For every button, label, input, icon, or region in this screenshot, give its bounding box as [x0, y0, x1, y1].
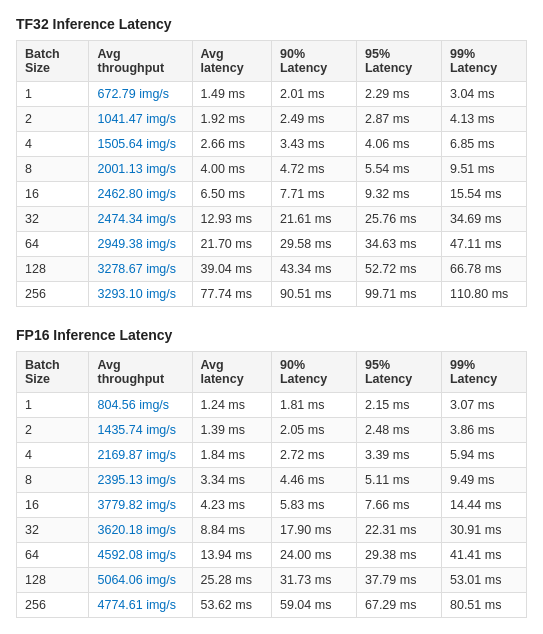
fp16-cell-7-0: 128: [17, 568, 89, 593]
fp16-cell-0-3: 1.81 ms: [271, 393, 356, 418]
fp16-cell-7-2: 25.28 ms: [192, 568, 271, 593]
fp16-cell-3-5: 9.49 ms: [441, 468, 526, 493]
fp16-col-0: Batch Size: [17, 352, 89, 393]
fp16-cell-5-3: 17.90 ms: [271, 518, 356, 543]
tf32-col-5: 99% Latency: [441, 41, 526, 82]
fp16-cell-3-3: 4.46 ms: [271, 468, 356, 493]
tf32-cell-8-4: 99.71 ms: [356, 282, 441, 307]
fp16-cell-7-4: 37.79 ms: [356, 568, 441, 593]
fp16-cell-2-4: 3.39 ms: [356, 443, 441, 468]
fp16-cell-2-5: 5.94 ms: [441, 443, 526, 468]
fp16-cell-4-4: 7.66 ms: [356, 493, 441, 518]
tf32-tbody: 1672.79 img/s1.49 ms2.01 ms2.29 ms3.04 m…: [17, 82, 527, 307]
fp16-col-4: 95% Latency: [356, 352, 441, 393]
table-row: 42169.87 img/s1.84 ms2.72 ms3.39 ms5.94 …: [17, 443, 527, 468]
tf32-cell-3-2: 4.00 ms: [192, 157, 271, 182]
tf32-cell-0-5: 3.04 ms: [441, 82, 526, 107]
fp16-section: FP16 Inference Latency Batch SizeAvg thr…: [16, 327, 527, 618]
tf32-cell-0-3: 2.01 ms: [271, 82, 356, 107]
table-row: 41505.64 img/s2.66 ms3.43 ms4.06 ms6.85 …: [17, 132, 527, 157]
tf32-cell-8-3: 90.51 ms: [271, 282, 356, 307]
tf32-cell-4-5: 15.54 ms: [441, 182, 526, 207]
tf32-cell-1-3: 2.49 ms: [271, 107, 356, 132]
tf32-col-2: Avg latency: [192, 41, 271, 82]
table-row: 644592.08 img/s13.94 ms24.00 ms29.38 ms4…: [17, 543, 527, 568]
fp16-cell-0-0: 1: [17, 393, 89, 418]
table-row: 21435.74 img/s1.39 ms2.05 ms2.48 ms3.86 …: [17, 418, 527, 443]
tf32-cell-5-0: 32: [17, 207, 89, 232]
tf32-cell-4-4: 9.32 ms: [356, 182, 441, 207]
tf32-cell-6-0: 64: [17, 232, 89, 257]
fp16-title: FP16 Inference Latency: [16, 327, 527, 343]
fp16-cell-2-0: 4: [17, 443, 89, 468]
fp16-cell-3-4: 5.11 ms: [356, 468, 441, 493]
tf32-col-0: Batch Size: [17, 41, 89, 82]
fp16-col-1: Avg throughput: [89, 352, 192, 393]
tf32-cell-7-4: 52.72 ms: [356, 257, 441, 282]
table-row: 162462.80 img/s6.50 ms7.71 ms9.32 ms15.5…: [17, 182, 527, 207]
tf32-section: TF32 Inference Latency Batch SizeAvg thr…: [16, 16, 527, 307]
tf32-cell-4-3: 7.71 ms: [271, 182, 356, 207]
tf32-cell-4-0: 16: [17, 182, 89, 207]
table-row: 82001.13 img/s4.00 ms4.72 ms5.54 ms9.51 …: [17, 157, 527, 182]
fp16-cell-1-3: 2.05 ms: [271, 418, 356, 443]
tf32-cell-1-0: 2: [17, 107, 89, 132]
tf32-header-row: Batch SizeAvg throughputAvg latency90% L…: [17, 41, 527, 82]
fp16-cell-5-5: 30.91 ms: [441, 518, 526, 543]
table-row: 323620.18 img/s8.84 ms17.90 ms22.31 ms30…: [17, 518, 527, 543]
fp16-cell-6-2: 13.94 ms: [192, 543, 271, 568]
tf32-cell-5-1: 2474.34 img/s: [89, 207, 192, 232]
fp16-tbody: 1804.56 img/s1.24 ms1.81 ms2.15 ms3.07 m…: [17, 393, 527, 618]
tf32-cell-3-4: 5.54 ms: [356, 157, 441, 182]
fp16-cell-4-2: 4.23 ms: [192, 493, 271, 518]
fp16-cell-1-1: 1435.74 img/s: [89, 418, 192, 443]
fp16-cell-8-3: 59.04 ms: [271, 593, 356, 618]
fp16-cell-6-1: 4592.08 img/s: [89, 543, 192, 568]
table-row: 2563293.10 img/s77.74 ms90.51 ms99.71 ms…: [17, 282, 527, 307]
tf32-cell-1-5: 4.13 ms: [441, 107, 526, 132]
fp16-cell-1-4: 2.48 ms: [356, 418, 441, 443]
fp16-cell-1-2: 1.39 ms: [192, 418, 271, 443]
fp16-cell-3-0: 8: [17, 468, 89, 493]
fp16-cell-8-1: 4774.61 img/s: [89, 593, 192, 618]
fp16-cell-7-3: 31.73 ms: [271, 568, 356, 593]
tf32-cell-6-2: 21.70 ms: [192, 232, 271, 257]
tf32-cell-7-2: 39.04 ms: [192, 257, 271, 282]
tf32-cell-4-2: 6.50 ms: [192, 182, 271, 207]
tf32-cell-8-2: 77.74 ms: [192, 282, 271, 307]
fp16-cell-2-3: 2.72 ms: [271, 443, 356, 468]
table-row: 1283278.67 img/s39.04 ms43.34 ms52.72 ms…: [17, 257, 527, 282]
fp16-cell-3-1: 2395.13 img/s: [89, 468, 192, 493]
tf32-cell-2-5: 6.85 ms: [441, 132, 526, 157]
table-row: 1672.79 img/s1.49 ms2.01 ms2.29 ms3.04 m…: [17, 82, 527, 107]
fp16-col-2: Avg latency: [192, 352, 271, 393]
tf32-cell-1-1: 1041.47 img/s: [89, 107, 192, 132]
tf32-cell-7-1: 3278.67 img/s: [89, 257, 192, 282]
tf32-cell-7-3: 43.34 ms: [271, 257, 356, 282]
fp16-cell-4-0: 16: [17, 493, 89, 518]
tf32-cell-7-0: 128: [17, 257, 89, 282]
tf32-cell-3-3: 4.72 ms: [271, 157, 356, 182]
fp16-thead: Batch SizeAvg throughputAvg latency90% L…: [17, 352, 527, 393]
tf32-cell-1-2: 1.92 ms: [192, 107, 271, 132]
tf32-cell-8-5: 110.80 ms: [441, 282, 526, 307]
fp16-cell-3-2: 3.34 ms: [192, 468, 271, 493]
fp16-cell-6-5: 41.41 ms: [441, 543, 526, 568]
table-row: 1804.56 img/s1.24 ms1.81 ms2.15 ms3.07 m…: [17, 393, 527, 418]
tf32-cell-7-5: 66.78 ms: [441, 257, 526, 282]
fp16-cell-8-0: 256: [17, 593, 89, 618]
tf32-col-1: Avg throughput: [89, 41, 192, 82]
fp16-cell-4-5: 14.44 ms: [441, 493, 526, 518]
tf32-cell-5-2: 12.93 ms: [192, 207, 271, 232]
table-row: 82395.13 img/s3.34 ms4.46 ms5.11 ms9.49 …: [17, 468, 527, 493]
tf32-cell-8-1: 3293.10 img/s: [89, 282, 192, 307]
fp16-cell-8-5: 80.51 ms: [441, 593, 526, 618]
table-row: 1285064.06 img/s25.28 ms31.73 ms37.79 ms…: [17, 568, 527, 593]
fp16-cell-8-4: 67.29 ms: [356, 593, 441, 618]
fp16-cell-5-4: 22.31 ms: [356, 518, 441, 543]
tf32-cell-5-4: 25.76 ms: [356, 207, 441, 232]
fp16-cell-2-1: 2169.87 img/s: [89, 443, 192, 468]
tf32-cell-0-4: 2.29 ms: [356, 82, 441, 107]
fp16-cell-2-2: 1.84 ms: [192, 443, 271, 468]
tf32-cell-2-4: 4.06 ms: [356, 132, 441, 157]
